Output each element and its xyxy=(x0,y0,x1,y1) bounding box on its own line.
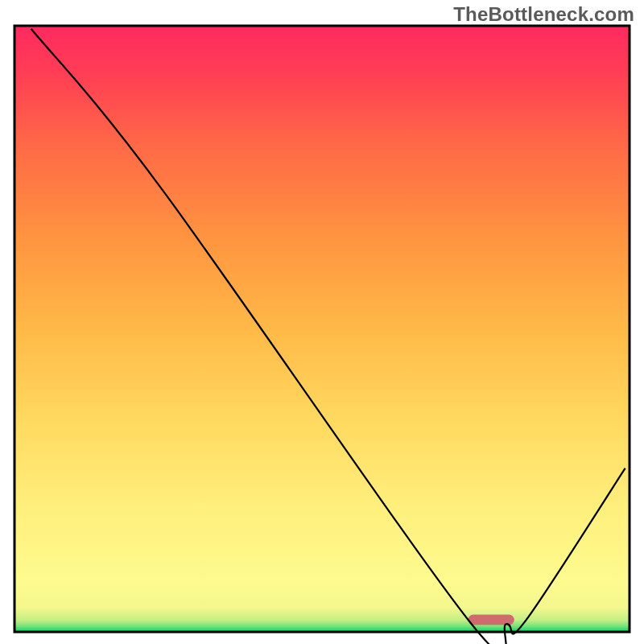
watermark-text: TheBottleneck.com xyxy=(453,3,634,26)
chart-container: { "watermark": "TheBottleneck.com", "cha… xyxy=(0,0,644,644)
bottleneck-chart xyxy=(0,0,644,644)
